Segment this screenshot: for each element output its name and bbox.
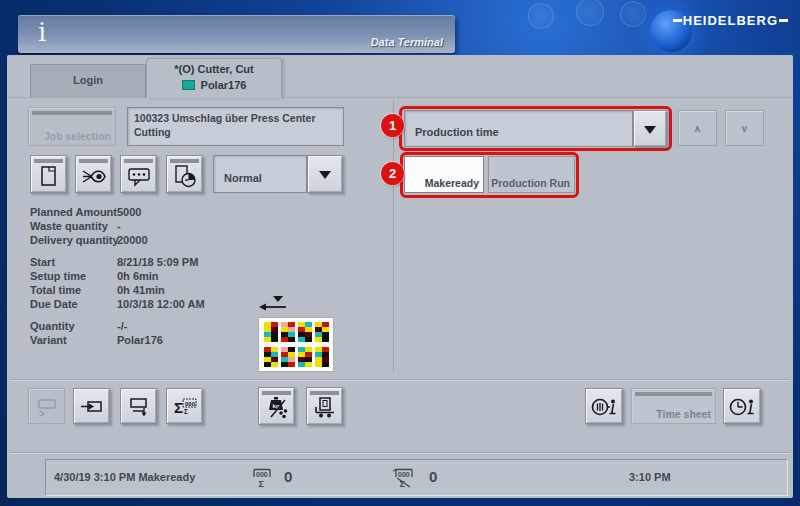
- svg-text:000: 000: [398, 471, 410, 478]
- chevron-down-icon: [319, 171, 331, 179]
- waste-weight-icon: kg: [264, 395, 290, 421]
- up-chevron-icon: ∧: [694, 123, 701, 134]
- time-sheet-button[interactable]: Time sheet: [631, 388, 716, 424]
- label-quantity: Quantity: [30, 320, 75, 332]
- speed-mode-text: Normal: [224, 172, 262, 184]
- pallet-trolley-icon: [312, 395, 338, 421]
- app-title: Data Terminal: [371, 36, 443, 48]
- thumbnail-colorbar-group: [315, 347, 329, 367]
- sheet-in-button[interactable]: [73, 388, 110, 424]
- good-count-value: 0: [284, 468, 292, 485]
- label-planned-amount: Planned Amount: [30, 206, 117, 218]
- tab-login-label: Login: [31, 74, 145, 86]
- sigma-counter-icon: Σ 000 Σ: [172, 394, 198, 420]
- label-due-date: Due Date: [30, 298, 78, 310]
- label-total-time: Total time: [30, 284, 81, 296]
- speed-mode-value[interactable]: Normal: [213, 155, 307, 193]
- tally-person-icon: [591, 395, 619, 419]
- thumbnail-colorbar-group: [298, 322, 312, 342]
- document-icon: [36, 164, 62, 190]
- remarks-button[interactable]: [120, 155, 157, 193]
- logo-left-bar: [673, 19, 682, 22]
- thumbnail-colorbar-group: [264, 347, 278, 367]
- scroll-down-button[interactable]: ∨: [725, 110, 764, 146]
- down-chevron-icon: ∨: [741, 123, 748, 134]
- counter-total-button[interactable]: Σ 000 Σ: [166, 388, 203, 424]
- label-delivery-quantity: Delivery quantity: [30, 234, 119, 246]
- sheet-out-button[interactable]: [120, 388, 157, 424]
- sheet-thumbnail: [258, 317, 334, 372]
- annotation-marker-2: 2: [381, 162, 404, 185]
- value-variant: Polar176: [117, 334, 163, 346]
- good-count-icon: 000 Σ: [251, 467, 273, 489]
- production-run-button[interactable]: Production Run: [488, 156, 575, 193]
- operator-counter-button[interactable]: [585, 388, 623, 424]
- marker-1-number: 1: [389, 118, 396, 133]
- sheet-action-disabled-button[interactable]: [28, 388, 65, 424]
- speed-mode-dropdown-button[interactable]: [307, 155, 343, 193]
- deco-ring-2: [576, 0, 604, 26]
- app-window: HEIDELBERG i Data Terminal Login *(O) Cu…: [0, 0, 800, 506]
- toolbar-bottom-divider: [10, 452, 790, 453]
- label-variant: Variant: [30, 334, 67, 346]
- clock-person-icon: [729, 395, 757, 419]
- job-times-button[interactable]: [166, 155, 203, 193]
- svg-text:000: 000: [185, 401, 196, 407]
- thumbnail-colorbar-group: [298, 347, 312, 367]
- time-type-text: Production time: [415, 126, 499, 138]
- svg-text:Σ: Σ: [184, 408, 188, 415]
- thumbnail-colorbar-group: [264, 322, 278, 342]
- tab-cutter-machine: Polar176: [201, 79, 247, 91]
- pallet-button[interactable]: [306, 387, 343, 425]
- sheet-outline-icon: [35, 394, 59, 418]
- value-due-date: 10/3/18 12:00 AM: [117, 298, 205, 310]
- status-clock: 3:10 PM: [629, 471, 671, 483]
- job-info-line1: 100323 Umschlag über Press Center: [134, 111, 337, 125]
- label-start: Start: [30, 256, 55, 268]
- arrow-out-of-sheet-icon: [127, 394, 151, 418]
- value-total-time: 0h 41min: [117, 284, 165, 296]
- svg-text:000: 000: [256, 471, 268, 478]
- title-bar: i Data Terminal: [18, 15, 455, 53]
- toolbar-top-divider: [10, 379, 790, 380]
- label-waste-quantity: Waste quantity: [30, 220, 108, 232]
- production-run-label: Production Run: [491, 177, 570, 189]
- job-preview-button[interactable]: [75, 155, 112, 193]
- speech-bubble-icon: [126, 164, 152, 190]
- job-document-button[interactable]: [30, 155, 67, 193]
- time-sheet-label: Time sheet: [656, 408, 711, 420]
- annotation-marker-1: 1: [381, 114, 404, 137]
- job-selection-button[interactable]: Job selection: [28, 107, 116, 146]
- thumbnail-colorbar-group: [315, 322, 329, 342]
- logo-text: HEIDELBERG: [683, 13, 778, 28]
- svg-text:Σ: Σ: [174, 399, 183, 416]
- deco-ring-1: [528, 3, 554, 29]
- waste-entry-button[interactable]: kg: [258, 387, 295, 425]
- tab-login[interactable]: Login: [30, 64, 146, 98]
- value-delivery-quantity: 20000: [117, 234, 148, 246]
- chevron-down-icon: [644, 125, 656, 133]
- waste-count-icon: 000 Σ: [391, 467, 415, 489]
- view-eye-icon: [80, 164, 108, 190]
- panel-divider: [393, 100, 394, 372]
- info-icon: i: [38, 17, 46, 47]
- time-type-value[interactable]: Production time: [404, 110, 633, 147]
- tab-cutter[interactable]: *(O) Cutter, Cut Polar176: [146, 58, 282, 98]
- value-waste-quantity: -: [117, 220, 121, 232]
- label-setup-time: Setup time: [30, 270, 86, 282]
- scroll-up-button[interactable]: ∧: [678, 110, 717, 146]
- tab-cutter-title: *(O) Cutter, Cut: [147, 63, 281, 75]
- waste-count-value: 0: [429, 468, 437, 485]
- logo-right-bar: [779, 19, 788, 22]
- job-info-box: 100323 Umschlag über Press Center Cuttin…: [127, 107, 344, 146]
- cut-direction-arrow-icon: [258, 294, 288, 312]
- svg-text:Σ: Σ: [259, 479, 265, 489]
- thumbnail-colorbar-group: [281, 322, 295, 342]
- machine-status-icon: [182, 80, 195, 90]
- makeready-button[interactable]: Makeready: [404, 156, 484, 193]
- status-bar: 4/30/19 3:10 PM Makeready 000 Σ 0 000 Σ …: [45, 459, 788, 496]
- operator-time-button[interactable]: [723, 388, 761, 424]
- time-type-dropdown-button[interactable]: [633, 110, 667, 147]
- arrow-into-sheet-icon: [80, 395, 104, 419]
- value-quantity: -/-: [117, 320, 127, 332]
